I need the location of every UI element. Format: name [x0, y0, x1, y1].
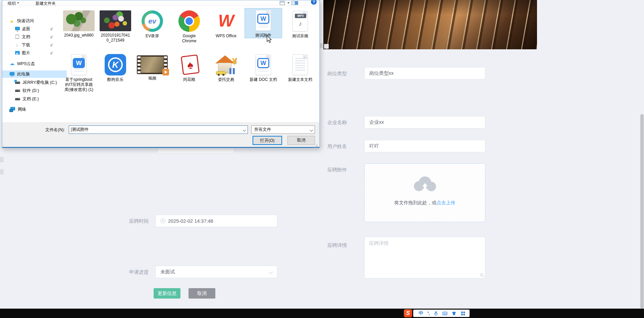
text-doc-icon	[289, 54, 311, 75]
file-item[interactable]: 2043.jpg_wh860	[60, 9, 97, 38]
form-cancel-button[interactable]: 取消	[189, 288, 215, 299]
ime-toolbar[interactable]: 中 °,	[413, 310, 470, 317]
page-scrollbar[interactable]	[640, 114, 644, 309]
sidebar-item-drive-c[interactable]: JERRY爱电脑 (C:)	[2, 79, 67, 86]
image-thumbnail-icon	[100, 10, 131, 31]
upload-link[interactable]: 点击上传	[437, 200, 455, 205]
file-item[interactable]: W 基于springboot 的IT应聘共享题 库(修改需求) (1)	[60, 53, 97, 92]
view-caret-icon[interactable]	[287, 2, 289, 5]
kugou-music-icon	[105, 54, 126, 75]
file-label: 新建 DOC 文档	[245, 77, 282, 82]
file-label: 酷狗音乐	[97, 77, 134, 82]
video-file-icon	[137, 55, 168, 74]
soft-keyboard-icon[interactable]	[442, 311, 447, 316]
pin-icon	[50, 52, 53, 55]
sidebar-item-downloads[interactable]: ↓ 下载	[2, 41, 67, 49]
file-item[interactable]: W WPS Office	[208, 9, 245, 39]
this-pc-icon	[10, 72, 14, 75]
file-item[interactable]: ¥ 委托交易	[208, 53, 245, 82]
file-item[interactable]: ♠ 同花顺	[171, 53, 208, 82]
sidebar-item-network[interactable]: 网络	[2, 106, 67, 113]
file-open-dialog: 组织 新建文件夹 ? ★ 快速访问 桌面 文档 ↓ 下载 图片	[2, 0, 320, 148]
microphone-icon[interactable]	[433, 311, 438, 316]
mouse-cursor	[267, 35, 273, 43]
sidebar-item-drive-d[interactable]: 软件 (D:)	[2, 87, 67, 94]
sidebar-item-desktop[interactable]: 桌面	[2, 25, 67, 33]
apply-time-value: 2025-02-02 14:37:48	[168, 218, 213, 224]
upload-cloud-icon	[414, 176, 436, 191]
sidebar-item-this-pc[interactable]: 此电脑	[2, 70, 67, 78]
file-label: 视频	[134, 76, 171, 81]
combo-arrow-icon	[310, 128, 313, 132]
progress-value: 未面试	[160, 269, 175, 275]
combo-arrow-icon[interactable]	[243, 128, 246, 132]
file-item[interactable]: Google Chrome	[171, 9, 208, 44]
file-label: 测试音频	[282, 34, 319, 39]
file-item[interactable]: 2020101917041 0_271549	[97, 9, 134, 43]
filename-value: 测试附件	[72, 127, 89, 132]
word-doc-icon: W	[253, 54, 274, 75]
change-view-icon[interactable]	[280, 1, 285, 5]
help-icon[interactable]: ?	[311, 0, 317, 5]
dialog-footer: 文件名(N): 测试附件 所有文件 打开(O) 取消	[2, 122, 319, 147]
dialog-cancel-button[interactable]: 取消	[287, 136, 315, 145]
dialog-toolbar: 组织 新建文件夹 ?	[2, 0, 319, 6]
cloud-icon: ☁	[10, 61, 14, 66]
file-item[interactable]: MP3♪ 测试音频	[282, 9, 319, 39]
clock-icon	[160, 218, 165, 223]
upload-dropzone[interactable]: 将文件拖到此处，或点击上传	[364, 163, 485, 222]
dropdown-caret-icon	[17, 2, 19, 5]
sidebar-item-documents[interactable]: 文档	[2, 33, 67, 41]
filetype-select[interactable]: 所有文件	[251, 125, 315, 134]
file-item[interactable]: 视频	[134, 53, 171, 81]
new-folder-button[interactable]: 新建文件夹	[36, 1, 56, 6]
open-button[interactable]: 打开(O)	[253, 136, 282, 145]
username-input[interactable]: 吖吖	[364, 140, 485, 152]
username-label: 用户姓名	[327, 143, 347, 150]
filename-input[interactable]: 测试附件	[69, 125, 248, 134]
update-info-button[interactable]: 更新信息	[154, 288, 180, 299]
hero-shade	[323, 0, 537, 49]
text-caret	[71, 127, 71, 132]
ev-recorder-icon	[142, 10, 163, 32]
word-doc-icon: W	[68, 54, 90, 75]
ime-menu-grid-icon[interactable]	[461, 311, 466, 316]
sidebar-label: 桌面	[22, 25, 30, 33]
ime-language-toggle[interactable]: 中	[419, 310, 423, 316]
file-item[interactable]: 新建文本文档	[282, 53, 319, 82]
textarea-resize-handle[interactable]	[480, 273, 484, 277]
apply-time-label: 应聘时间	[108, 218, 149, 224]
downloads-icon: ↓	[16, 43, 18, 47]
progress-select[interactable]: 未面试	[155, 266, 277, 278]
file-item-selected[interactable]: W 测试附件	[245, 8, 282, 38]
sidebar-item-drive-e[interactable]: 文档 (E:)	[2, 95, 67, 103]
file-item[interactable]: 酷狗音乐	[97, 53, 134, 82]
company-input[interactable]: 企业xx	[364, 116, 485, 128]
organize-label: 组织	[8, 1, 16, 6]
apply-time-input[interactable]: 2025-02-02 14:37:48	[155, 215, 277, 227]
sidebar-item-pictures[interactable]: 图片	[2, 49, 67, 57]
sidebar-item-quick-access[interactable]: ★ 快速访问	[2, 17, 67, 24]
ime-punctuation-toggle[interactable]: °,	[427, 311, 429, 316]
resize-grip-icon[interactable]	[317, 145, 317, 145]
username-value: 吖吖	[369, 143, 379, 149]
detail-textarea[interactable]	[364, 237, 485, 278]
carousel-dot[interactable]	[324, 44, 329, 49]
pictures-icon	[15, 51, 20, 55]
image-thumbnail-icon	[63, 10, 95, 31]
sidebar-item-wps-cloud[interactable]: ☁ WPS云盘	[2, 60, 67, 67]
file-label: 新建文本文档	[282, 77, 319, 82]
file-item[interactable]: W 新建 DOC 文档	[245, 53, 282, 82]
organize-menu[interactable]: 组织	[8, 1, 19, 6]
file-label: 2043.jpg_wh860	[60, 33, 97, 38]
pin-icon	[50, 44, 53, 47]
preview-pane-icon[interactable]	[291, 1, 298, 5]
sogou-ime-icon[interactable]: S	[404, 309, 412, 317]
file-item[interactable]: EV录屏	[134, 9, 171, 39]
skin-shirt-icon[interactable]	[451, 311, 457, 316]
post-type-value: 岗位类型xx	[369, 70, 394, 76]
file-label: 测试附件	[245, 33, 282, 38]
windows-logo-icon	[14, 80, 17, 82]
post-type-label: 岗位类型	[327, 70, 347, 77]
post-type-input[interactable]: 岗位类型xx	[364, 67, 485, 80]
